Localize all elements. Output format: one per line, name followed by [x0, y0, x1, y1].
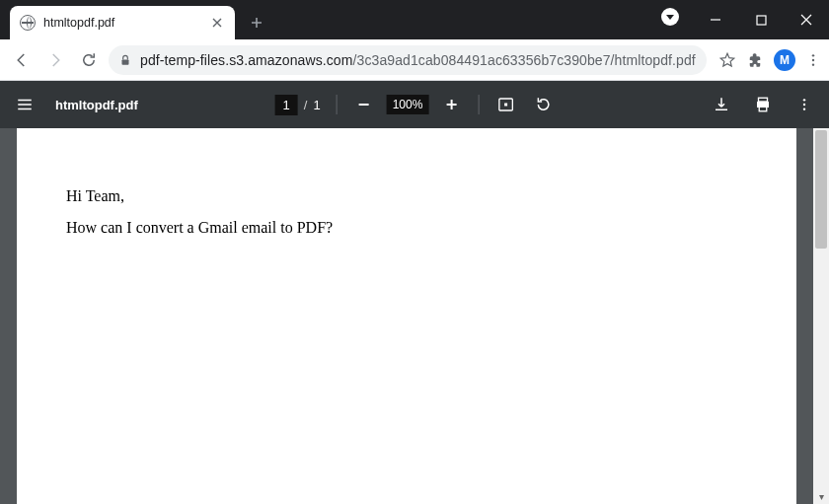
svg-point-3 [812, 58, 814, 60]
window-maximize-button[interactable] [738, 3, 784, 36]
forward-button[interactable] [41, 46, 69, 74]
doc-line-1: Hi Team, [66, 187, 747, 205]
close-tab-button[interactable] [209, 15, 225, 31]
rotate-button[interactable] [532, 94, 554, 115]
print-button[interactable] [752, 94, 774, 115]
svg-point-10 [803, 99, 805, 101]
bookmark-star-icon[interactable] [718, 51, 736, 69]
page-container[interactable]: Hi Team, How can I convert a Gmail email… [0, 128, 813, 504]
back-button[interactable] [8, 46, 36, 74]
svg-rect-7 [759, 98, 768, 102]
svg-point-2 [812, 54, 814, 56]
pdf-more-icon[interactable] [793, 94, 815, 115]
window-minimize-button[interactable] [693, 3, 738, 36]
svg-point-12 [803, 108, 805, 109]
browser-tab-active[interactable]: htmltopdf.pdf [10, 6, 235, 39]
new-tab-button[interactable] [243, 9, 270, 36]
window-controls [661, 0, 829, 39]
browser-toolbar: pdf-temp-files.s3.amazonaws.com/3c3a9ad1… [0, 39, 829, 81]
scroll-down-arrow[interactable]: ▾ [813, 488, 829, 504]
window-close-button[interactable] [784, 3, 829, 36]
doc-line-2: How can I convert a Gmail email to PDF? [66, 219, 747, 237]
address-bar[interactable]: pdf-temp-files.s3.amazonaws.com/3c3a9ad1… [109, 45, 707, 75]
browser-titlebar: htmltopdf.pdf [0, 0, 829, 39]
tab-title: htmltopdf.pdf [43, 16, 209, 30]
globe-icon [20, 15, 36, 31]
svg-rect-6 [504, 104, 507, 107]
account-status-icon[interactable] [661, 8, 679, 26]
zoom-in-button[interactable] [440, 94, 462, 115]
pdf-menu-icon[interactable] [14, 94, 36, 115]
profile-avatar[interactable]: M [774, 49, 795, 71]
current-page-input[interactable]: 1 [275, 95, 298, 115]
zoom-level[interactable]: 100% [387, 95, 429, 114]
pdf-viewport: Hi Team, How can I convert a Gmail email… [0, 128, 829, 504]
vertical-scrollbar[interactable]: ▾ [813, 128, 829, 504]
pdf-filename: htmltopdf.pdf [55, 98, 138, 112]
page-separator: / [304, 98, 308, 112]
url-text: pdf-temp-files.s3.amazonaws.com/3c3a9ad1… [140, 52, 696, 68]
zoom-out-button[interactable] [353, 94, 375, 115]
scrollbar-thumb[interactable] [815, 130, 827, 249]
total-pages: 1 [313, 98, 320, 112]
page-indicator: 1 / 1 [275, 95, 321, 115]
zoom-controls: 100% [353, 94, 463, 115]
lock-icon [118, 53, 132, 67]
svg-rect-0 [757, 16, 766, 25]
download-button[interactable] [711, 94, 732, 115]
svg-rect-1 [122, 59, 129, 64]
pdf-right-controls [711, 94, 815, 115]
extensions-icon[interactable] [746, 51, 764, 69]
toolbar-divider [478, 95, 479, 114]
reload-button[interactable] [75, 46, 103, 74]
browser-menu-icon[interactable] [805, 52, 821, 68]
toolbar-actions: M [718, 49, 821, 71]
toolbar-divider [337, 95, 338, 114]
svg-point-11 [803, 104, 805, 106]
svg-point-4 [812, 63, 814, 65]
pdf-center-controls: 1 / 1 100% [275, 94, 555, 115]
pdf-toolbar: htmltopdf.pdf 1 / 1 100% [0, 81, 829, 128]
pdf-page: Hi Team, How can I convert a Gmail email… [17, 128, 796, 504]
fit-page-button[interactable] [494, 94, 516, 115]
